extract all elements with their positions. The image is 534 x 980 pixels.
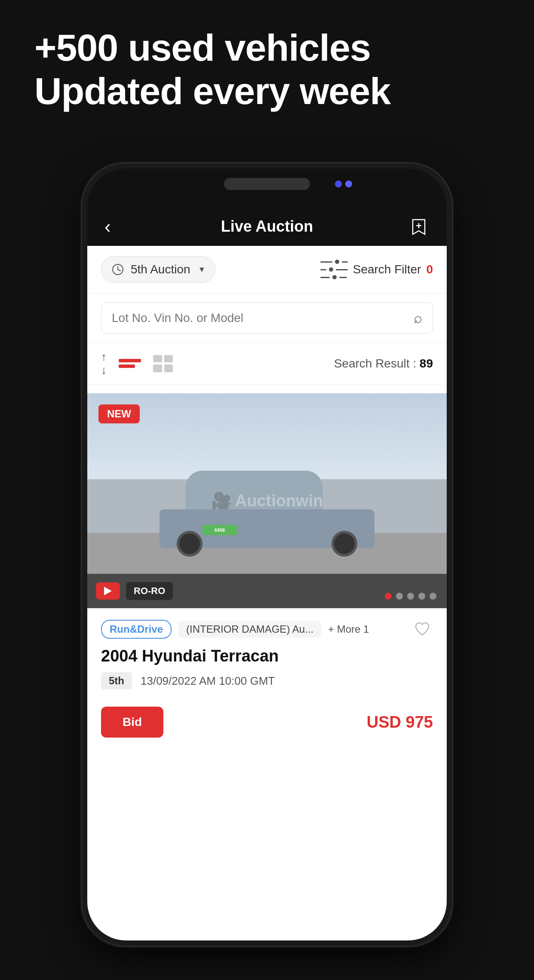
sort-up-icon: ↑ [101, 351, 107, 362]
app-header: ‹ Live Auction [87, 207, 447, 246]
tag-run-drive: Run&Drive [101, 620, 172, 639]
list-view-button[interactable] [119, 359, 141, 368]
tag-more: + More 1 [328, 623, 369, 635]
search-icon[interactable]: ⌕ [414, 309, 422, 326]
filter-count-badge: 0 [426, 263, 433, 276]
bookmark-button[interactable] [408, 216, 430, 237]
vehicle-card[interactable]: 6456 🎥 Auctionwin NEW RO-RO [87, 393, 447, 750]
auction-label: 5th Auction [131, 263, 190, 276]
auction-info-row: 5th 13/09/2022 AM 10:00 GMT [101, 672, 433, 689]
shipping-type-badge: RO-RO [126, 582, 173, 600]
sort-down-icon: ↓ [101, 364, 107, 376]
dot-5[interactable] [430, 593, 436, 600]
dropdown-arrow-icon: ▼ [198, 265, 206, 274]
search-result-count: 89 [420, 357, 433, 370]
auction-date: 13/09/2022 AM 10:00 GMT [141, 674, 275, 688]
bid-button[interactable]: Bid [101, 707, 163, 738]
app-screen: ‹ Live Auction [87, 207, 447, 940]
car-top [185, 471, 323, 514]
notch-bar [87, 168, 447, 207]
hero-line1: +500 used vehicles [34, 26, 500, 69]
phone-inner: ‹ Live Auction [87, 168, 447, 940]
vehicle-card-info: Run&Drive (INTERIOR DAMAGE) Au... + More… [87, 608, 447, 707]
svg-line-4 [118, 270, 120, 271]
grid-view-icon [153, 355, 173, 372]
image-dot-indicators [385, 593, 436, 600]
filter-sliders-icon [320, 260, 348, 279]
play-icon [104, 587, 112, 595]
auction-selector[interactable]: 5th Auction ▼ [101, 256, 215, 283]
card-bottom-row: Bid USD 975 [87, 707, 447, 750]
dot-4[interactable] [418, 593, 425, 600]
license-plate: 6456 [203, 525, 237, 535]
image-bottom-overlay: RO-RO [87, 574, 447, 608]
camera-dots [335, 181, 352, 187]
vehicle-title: 2004 Hyundai Terracan [101, 647, 433, 665]
dot-2[interactable] [396, 593, 403, 600]
auction-number-badge: 5th [101, 672, 132, 689]
hero-text: +500 used vehicles Updated every week [34, 26, 500, 113]
list-view-icon [119, 359, 141, 368]
heart-icon [414, 622, 430, 637]
notch-pill [224, 178, 310, 190]
vehicle-price: USD 975 [367, 713, 433, 732]
favorite-button[interactable] [411, 619, 433, 640]
search-filter-button[interactable]: Search Filter 0 [320, 260, 433, 279]
play-video-button[interactable] [96, 582, 120, 600]
car-illustration: 6456 [160, 471, 374, 548]
hero-line2: Updated every week [34, 69, 500, 113]
dot-1[interactable] [385, 593, 392, 600]
tags-row: Run&Drive (INTERIOR DAMAGE) Au... + More… [101, 619, 433, 640]
search-input-wrap: ⌕ [101, 302, 433, 334]
car-wheel-left [177, 531, 203, 557]
camera-dot-1 [335, 181, 342, 187]
clock-icon [111, 263, 125, 276]
bookmark-add-icon [411, 218, 427, 235]
dot-3[interactable] [407, 593, 414, 600]
search-input[interactable] [112, 311, 414, 325]
tag-damage: (INTERIOR DAMAGE) Au... [178, 621, 321, 638]
vehicle-image-wrap: 6456 🎥 Auctionwin NEW RO-RO [87, 393, 447, 608]
sort-button[interactable]: ↑ ↓ [101, 351, 107, 376]
page-title: Live Auction [221, 217, 313, 236]
car-wheel-right [331, 531, 357, 557]
new-badge: NEW [98, 404, 140, 423]
sort-bar: ↑ ↓ [87, 343, 447, 385]
filter-label: Search Filter [353, 263, 421, 276]
search-bar: ⌕ [87, 294, 447, 343]
search-result-label: Search Result : [334, 357, 420, 370]
search-result-text: Search Result : 89 [334, 357, 433, 371]
filter-bar: 5th Auction ▼ [87, 246, 447, 294]
camera-dot-2 [345, 181, 352, 187]
back-button[interactable]: ‹ [104, 216, 111, 237]
phone-frame: ‹ Live Auction [82, 163, 452, 946]
grid-view-button[interactable] [153, 355, 173, 372]
